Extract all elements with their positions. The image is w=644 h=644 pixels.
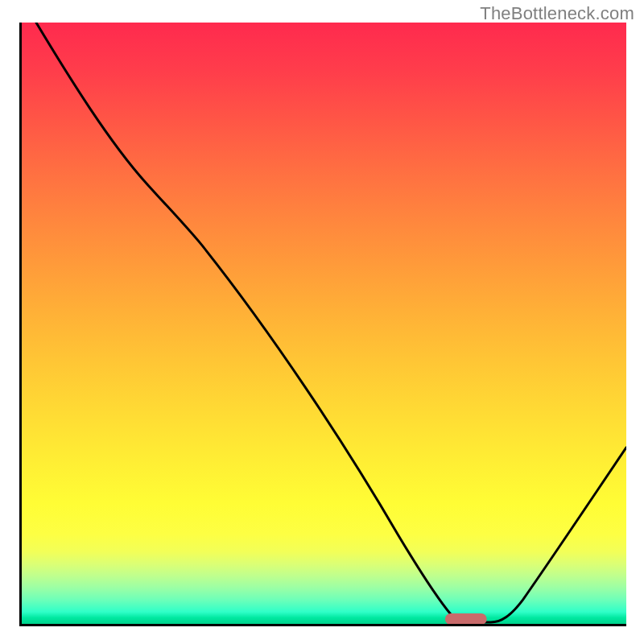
plot-area xyxy=(19,23,626,626)
watermark-text: TheBottleneck.com xyxy=(480,3,634,24)
optimal-marker xyxy=(22,23,626,624)
chart-container: TheBottleneck.com xyxy=(0,0,644,644)
marker-pill xyxy=(445,613,487,624)
